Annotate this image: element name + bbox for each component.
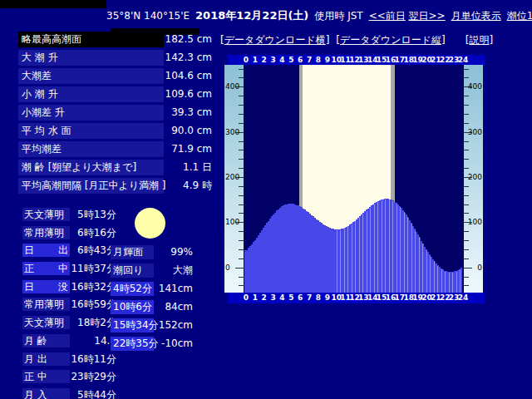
tide-split-link[interactable]: 潮位10分割	[507, 9, 532, 23]
scale-tick	[464, 268, 472, 268]
scale-tick	[464, 285, 469, 286]
next-day-link[interactable]: 翌日>>	[409, 10, 446, 22]
scale-tick	[464, 277, 469, 278]
scale-tick	[464, 77, 469, 78]
tide-stats-table: 略最高高潮面182.5 cm 大 潮 升142.3 cm 大潮差104.6 cm…	[18, 32, 212, 196]
sun-moon-value: 11時37分	[22, 262, 116, 275]
scale-tick	[464, 195, 469, 196]
scale-tick	[464, 96, 469, 96]
tide-event-level: 152cm	[111, 318, 193, 332]
bar-gap-line	[434, 261, 435, 293]
sun-moon-row: 月 齢14.8	[22, 334, 116, 352]
bar-gap-line	[347, 227, 348, 293]
prev-day-link[interactable]: <<前日	[369, 10, 406, 22]
render-artifact-bar	[111, 28, 200, 35]
bar-gap-line	[426, 250, 427, 293]
stat-value: 71.9 cm	[121, 141, 212, 157]
y-scale-right: 0100200300400	[464, 65, 483, 293]
bracket: ]	[326, 34, 330, 46]
scale-tick	[464, 114, 469, 115]
scale-label: 400	[225, 82, 239, 91]
tide-event-level: 141cm	[111, 282, 193, 296]
sun-moon-value: 5時13分	[22, 208, 116, 221]
hour-label: 9	[325, 293, 330, 303]
sun-moon-value: 16時59分	[22, 298, 116, 311]
scale-label: 200	[468, 173, 482, 181]
sun-moon-row: 天文薄明5時13分	[22, 208, 116, 226]
bar-gap-line	[340, 230, 341, 293]
stat-row: 小 潮 升109.6 cm	[18, 86, 212, 105]
sun-moon-value: 6時16分	[22, 226, 116, 239]
bar-gap-line	[385, 200, 386, 293]
scale-label: 100	[225, 218, 239, 226]
scale-tick	[464, 204, 469, 205]
scale-label: 100	[468, 218, 482, 226]
bar-gap-line	[355, 221, 356, 293]
bar-gap-line	[397, 204, 397, 293]
scale-label: 200	[225, 173, 239, 181]
bar-gap-line	[362, 214, 363, 293]
hour-label: 0	[244, 55, 249, 65]
hour-label: 9	[325, 55, 330, 65]
tide-chart: 0123456789101112131415161718192021222324…	[224, 55, 485, 304]
download-vertical-link[interactable]: データダウンロード縦	[340, 34, 441, 46]
moon-info-row: 月輝面99%	[111, 245, 193, 264]
bar-gap-line	[352, 224, 352, 293]
plot-area	[244, 65, 464, 293]
sun-moon-row: 月 入5時44分	[22, 388, 116, 399]
tide-event-level: 84cm	[111, 300, 193, 314]
bar-gap-line	[359, 218, 360, 293]
bar-gap-line	[449, 273, 450, 293]
y-scale-left: 0100200300400	[224, 65, 244, 293]
bar-gap-line	[441, 269, 442, 293]
hour-label: 24	[458, 55, 469, 65]
hour-axis-top: 0123456789101112131415161718192021222324	[228, 55, 485, 65]
scale-tick	[464, 150, 469, 150]
stat-value: 39.3 cm	[121, 105, 212, 121]
scale-label: 0	[477, 264, 482, 272]
bracket: ]	[441, 34, 446, 46]
scale-tick	[464, 249, 469, 250]
hour-label: 5	[288, 55, 293, 65]
download-links: [データダウンロード横] [データダウンロード縦] [説明]	[220, 33, 493, 47]
download-horizontal-link[interactable]: データダウンロード横	[224, 34, 326, 46]
stat-value: 90.0 cm	[121, 123, 212, 139]
hour-label: 1	[253, 55, 258, 65]
hour-label: 8	[316, 293, 321, 303]
sun-moon-value: 23時29分	[22, 370, 116, 383]
sun-moon-row: 常用薄明16時59分	[22, 298, 116, 316]
scale-tick	[464, 186, 469, 187]
sun-moon-row: 天文薄明18時2分	[22, 316, 116, 334]
stat-row: 潮 齢 [朔望より大潮まで]1.1 日	[18, 160, 212, 178]
month-view-link[interactable]: 月単位表示	[451, 9, 501, 23]
stat-value: 4.9 時	[121, 178, 212, 194]
sun-moon-value: 16時32分	[22, 280, 116, 293]
scale-label: 0	[225, 264, 230, 272]
sun-moon-row: 月 出16時11分	[22, 352, 116, 371]
bar-gap-line	[411, 224, 412, 293]
hour-label: 24	[458, 293, 469, 303]
bar-gap-line	[430, 256, 431, 293]
stat-value: 104.6 cm	[121, 68, 212, 84]
bar-gap-line	[344, 229, 345, 293]
bar-gap-line	[437, 266, 438, 293]
hour-label: 0	[244, 293, 249, 303]
hour-label: 1	[253, 293, 258, 303]
hour-label: 3	[270, 55, 275, 65]
bar-gap-line	[460, 269, 461, 293]
hour-label: 6	[298, 293, 303, 303]
help-link[interactable]: 説明	[469, 34, 489, 46]
bar-gap-line	[415, 230, 416, 293]
tide-event-row: 4時52分141cm	[111, 282, 193, 300]
moon-info-row: 潮回り大潮	[111, 264, 193, 282]
date-text: 2018年12月22日(土)	[195, 8, 308, 23]
stat-row: 大潮差104.6 cm	[18, 68, 212, 86]
tide-event-row: 15時34分152cm	[111, 318, 193, 337]
help-wrap: [説明]	[466, 33, 493, 47]
sun-moon-table: 天文薄明5時13分 常用薄明6時16分 日 出6時43分 正 中11時37分 日…	[22, 208, 116, 399]
stat-row: 平均潮差71.9 cm	[18, 141, 212, 160]
stat-value: 142.3 cm	[121, 50, 212, 66]
bar-gap-line	[407, 217, 408, 293]
sun-moon-value: 18時2分	[22, 316, 116, 329]
hour-axis-bottom: 0123456789101112131415161718192021222324	[228, 293, 485, 303]
